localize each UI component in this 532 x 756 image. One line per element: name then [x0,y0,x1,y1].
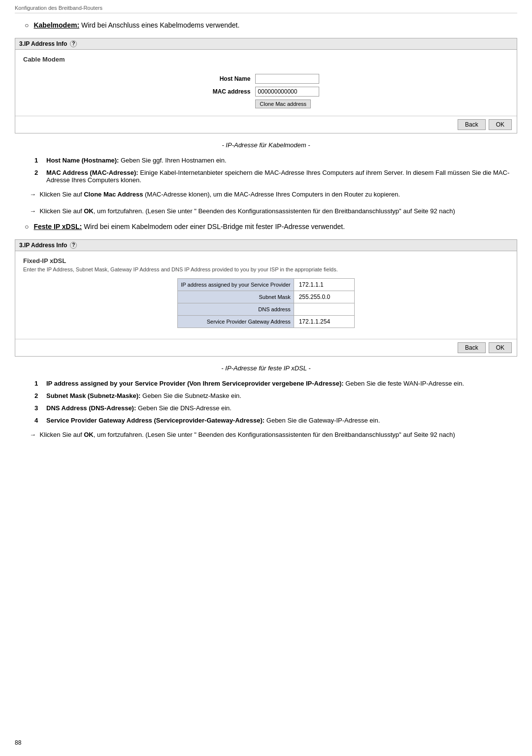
host-name-label: Host Name [211,72,254,85]
panel2-description: Enter the IP Address, Subnet Mask, Gatew… [23,266,509,272]
festeip-text: Feste IP xDSL: Wird bei einem Kabelmodem… [33,223,345,230]
host-name-row: Host Name [211,72,322,85]
host-name-input[interactable] [255,74,319,84]
fixed-ip-form: IP address assigned by your Service Prov… [177,278,354,328]
page-number: 88 [15,739,21,746]
fixed-ip-label-1: Subnet Mask [178,291,294,303]
fixed-ip-label-0: IP address assigned by your Service Prov… [178,279,294,291]
kabelmodem-intro: ○ Kabelmodem: Wird bei Anschluss eines K… [15,21,517,29]
cable-modem-panel: 3.IP Address Info ? Cable Modem Host Nam… [15,38,517,133]
panel2-section-title: Fixed-IP xDSL [23,257,509,264]
fixed-ip-row-1: Subnet Mask [178,291,354,303]
instructions1-list: 1 Host Name (Hostname): Geben Sie ggf. I… [15,157,517,184]
panel1-section-title: Cable Modem [23,56,509,63]
cable-modem-form: Host Name MAC address Clone Mac address [211,72,322,110]
panel1-header-text: 3.IP Address Info [19,40,67,47]
instruction2-item2: 2 Subnet Mask (Subnetz-Maske): Geben Sie… [34,392,517,399]
panel1-help-icon[interactable]: ? [70,40,77,47]
host-name-value-cell [253,72,321,85]
fixed-ip-input-0[interactable] [297,280,351,289]
clone-mac-button[interactable]: Clone Mac address [255,99,311,108]
page-header: Konfiguration des Breitband-Routers [15,5,517,13]
panel2-footer: Back OK [15,339,517,356]
fixed-ip-input-1[interactable] [297,293,351,301]
fixed-ip-row-2: DNS address [178,303,354,316]
panel1-back-button[interactable]: Back [458,119,486,130]
instruction1-item2: 2 MAC Address (MAC-Adresse): Einige Kabe… [34,169,517,184]
mac-address-value-cell [253,85,321,98]
caption1: - IP-Adresse für Kabelmodem - [15,141,517,149]
fixed-ip-value-0 [294,279,354,291]
header-text: Konfiguration des Breitband-Routers [15,5,102,11]
festeip-desc: Wird bei einem Kabelmodem oder einer DSL… [84,223,345,230]
fixed-ip-label-2: DNS address [178,303,294,316]
bullet-kabelmodem: ○ [25,21,29,29]
caption2: - IP-Adresse für feste IP xDSL - [15,364,517,372]
panel2-body: Fixed-IP xDSL Enter the IP Address, Subn… [15,251,517,339]
mac-address-label: MAC address [211,85,254,98]
mac-address-row: MAC address [211,85,322,98]
panel1-footer: Back OK [15,116,517,133]
kabelmodem-title: Kabelmodem: Wird bei Anschluss eines Kab… [33,21,239,29]
kabelmodem-title-bold: Kabelmodem: [33,21,79,29]
panel1-header: 3.IP Address Info ? [15,38,517,50]
kabelmodem-desc: Wird bei Anschluss eines Kabelmodems ver… [81,21,239,29]
fixed-ip-row-3: Service Provider Gateway Address [178,316,354,328]
instruction2-item4: 4 Service Provider Gateway Address (Serv… [34,417,517,424]
fixed-ip-input-3[interactable] [297,317,351,326]
panel1-body: Cable Modem Host Name MAC address Clone … [15,50,517,116]
fixed-ip-input-2[interactable] [297,305,351,314]
festeip-intro: ○ Feste IP xDSL: Wird bei einem Kabelmod… [15,223,517,230]
panel2-header-text: 3.IP Address Info [19,242,67,249]
ok-instruction2-para: Klicken Sie auf OK, um fortzufahren. (Le… [15,430,517,440]
panel2-back-button[interactable]: Back [458,342,486,353]
panel1-ok-button[interactable]: OK [489,119,512,130]
instructions2-list: 1 IP address assigned by your Service Pr… [15,380,517,424]
panel2-ok-button[interactable]: OK [489,342,512,353]
fixed-ip-value-3 [294,316,354,328]
fixed-ip-row-0: IP address assigned by your Service Prov… [178,279,354,291]
clone-row: Clone Mac address [211,98,322,110]
panel2-header: 3.IP Address Info ? [15,240,517,251]
fixed-ip-label-3: Service Provider Gateway Address [178,316,294,328]
bullet-festeip: ○ [25,223,29,230]
instruction1-item1: 1 Host Name (Hostname): Geben Sie ggf. I… [34,157,517,164]
clone-instruction-para: Klicken Sie auf Clone Mac Address (MAC-A… [15,190,517,199]
mac-address-input[interactable] [255,87,319,97]
clone-button-cell: Clone Mac address [253,98,321,110]
instruction2-item3: 3 DNS Address (DNS-Adresse): Geben Sie d… [34,404,517,412]
fixed-ip-value-2 [294,303,354,316]
instruction2-item1: 1 IP address assigned by your Service Pr… [34,380,517,387]
fixed-ip-panel: 3.IP Address Info ? Fixed-IP xDSL Enter … [15,239,517,357]
fixed-ip-value-1 [294,291,354,303]
ok-instruction1-para: Klicken Sie auf OK, um fortzufahren. (Le… [15,206,517,216]
panel2-help-icon[interactable]: ? [70,242,77,249]
festeip-title-bold: Feste IP xDSL: [33,223,82,230]
